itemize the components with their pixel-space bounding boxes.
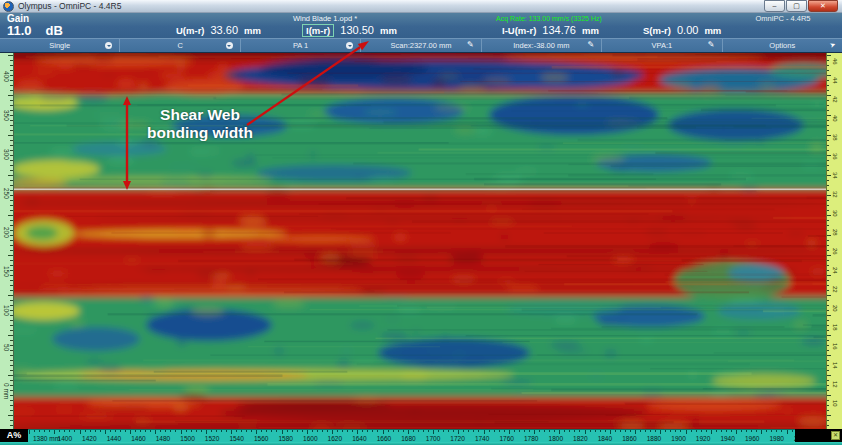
ruler-tick (539, 430, 540, 432)
reading-label: I-U(m-r) (502, 25, 536, 36)
ruler-tick (10, 75, 13, 76)
maximize-button[interactable]: ▢ (786, 0, 807, 12)
ruler-tick (10, 125, 13, 126)
bottom-bar: A% 1380 mm140014201440146014801500152015… (0, 429, 842, 445)
toolbar-group-select[interactable]: Single (0, 39, 120, 52)
ruler-tick (827, 370, 829, 371)
ruler-tick (175, 430, 176, 432)
ruler-tick (827, 60, 829, 61)
ruler-tick (827, 275, 831, 276)
ruler-tick (473, 430, 474, 432)
reading-s-mr[interactable]: S(m-r) 0.00 mm (643, 24, 721, 36)
ruler-tick (10, 150, 13, 151)
ruler-tick (574, 430, 575, 432)
gain-value[interactable]: 11.0dB (7, 23, 63, 38)
depth-ruler-label: 46 (832, 58, 838, 65)
scan-view: 400350300250200150100500 mm 464442403836… (0, 53, 842, 429)
ruler-tick (827, 185, 829, 186)
ruler-tick (170, 430, 171, 432)
ruler-tick (827, 395, 831, 396)
toolbar-channel-select[interactable]: PA 1 (241, 39, 361, 52)
reading-iu-mr[interactable]: I-U(m-r) 134.76 mm (502, 24, 599, 36)
index-ruler-left[interactable]: 400350300250200150100500 mm (0, 53, 14, 429)
ruler-tick (69, 430, 70, 432)
ruler-tick (827, 80, 829, 81)
ruler-tick (10, 340, 13, 341)
ruler-tick (10, 420, 13, 421)
ruler-tick (827, 235, 831, 236)
depth-ruler-label: 34 (832, 172, 838, 179)
ruler-tick (827, 75, 831, 76)
dropdown-icon[interactable] (105, 42, 112, 49)
depth-ruler-right[interactable]: 46444240383634323028262422201816141210 (826, 53, 842, 429)
toolbar-label: Options (769, 41, 795, 50)
ruler-tick (519, 430, 520, 432)
ruler-tick (10, 230, 13, 231)
ruler-tick (827, 240, 829, 241)
ruler-tick (640, 430, 641, 432)
ruler-tick (827, 300, 829, 301)
scan-ruler-label: 1480 (156, 435, 170, 442)
index-ruler-label: 50 (2, 344, 9, 351)
ruler-tick (827, 105, 829, 106)
ruler-tick (10, 115, 13, 116)
ruler-tick (160, 430, 161, 432)
minimize-button[interactable]: – (764, 0, 785, 12)
scan-ruler-label: 1540 (229, 435, 243, 442)
dropdown-icon[interactable] (346, 42, 353, 49)
ruler-tick (206, 430, 207, 434)
close-button[interactable]: ✕ (808, 0, 838, 12)
scan-ruler-label: 1700 (426, 435, 440, 442)
ruler-tick (827, 285, 829, 286)
reading-u-mr[interactable]: U(m-r) 33.60 mm (176, 24, 261, 36)
ruler-tick (10, 85, 13, 86)
scan-ruler-bottom[interactable]: 1380 mm140014201440146014801500152015401… (28, 429, 795, 442)
scan-ruler-label: 1580 (279, 435, 293, 442)
ruler-tick (10, 160, 13, 161)
ruler-tick (10, 345, 13, 346)
ruler-tick (120, 430, 121, 432)
ruler-tick (287, 430, 288, 432)
options-icon[interactable]: ➤ (829, 40, 837, 50)
ruler-tick (256, 430, 257, 434)
ruler-tick (10, 425, 13, 426)
ruler-tick (10, 410, 13, 411)
depth-ruler-label: 20 (832, 305, 838, 312)
depth-ruler-label: 36 (832, 153, 838, 160)
ruler-tick (317, 430, 318, 432)
cscan-heatmap[interactable] (14, 53, 826, 429)
ruler-tick (367, 430, 368, 432)
toolbar-label: Single (49, 41, 70, 50)
ruler-tick (347, 430, 348, 432)
ruler-tick (10, 270, 13, 271)
toolbar-scan-position[interactable]: Scan:2327.00 mm ✎ (361, 39, 481, 52)
pencil-icon[interactable]: ✎ (587, 40, 594, 49)
ruler-tick (468, 430, 469, 432)
index-ruler-label: 400 (2, 71, 9, 82)
ruler-tick (827, 175, 831, 176)
scan-ruler-label: 1980 (770, 435, 784, 442)
ruler-tick (827, 55, 831, 56)
ruler-tick (150, 430, 151, 432)
ruler-tick (271, 430, 272, 432)
ruler-tick (827, 400, 829, 401)
ruler-tick (827, 345, 829, 346)
dropdown-icon[interactable] (226, 42, 233, 49)
ruler-tick (680, 430, 681, 432)
app-icon (3, 1, 14, 12)
ruler-tick (8, 335, 13, 336)
ruler-tick (39, 430, 40, 432)
pencil-icon[interactable]: ✎ (708, 40, 715, 49)
ruler-tick (600, 430, 601, 432)
ruler-tick (534, 430, 535, 434)
ruler-close-icon[interactable]: ✕ (831, 431, 840, 440)
toolbar-view-select[interactable]: C (120, 39, 240, 52)
toolbar-index-position[interactable]: Index:-38.00 mm ✎ (482, 39, 602, 52)
ruler-tick (8, 255, 13, 256)
ruler-tick (630, 430, 631, 432)
toolbar-vpa[interactable]: VPA:1 ✎ (602, 39, 722, 52)
toolbar-options[interactable]: Options ➤ (723, 39, 842, 52)
depth-ruler-label: 32 (832, 191, 838, 198)
reading-i-mr[interactable]: I(m-r) 130.50 mm (302, 24, 397, 37)
pencil-icon[interactable]: ✎ (467, 40, 474, 49)
